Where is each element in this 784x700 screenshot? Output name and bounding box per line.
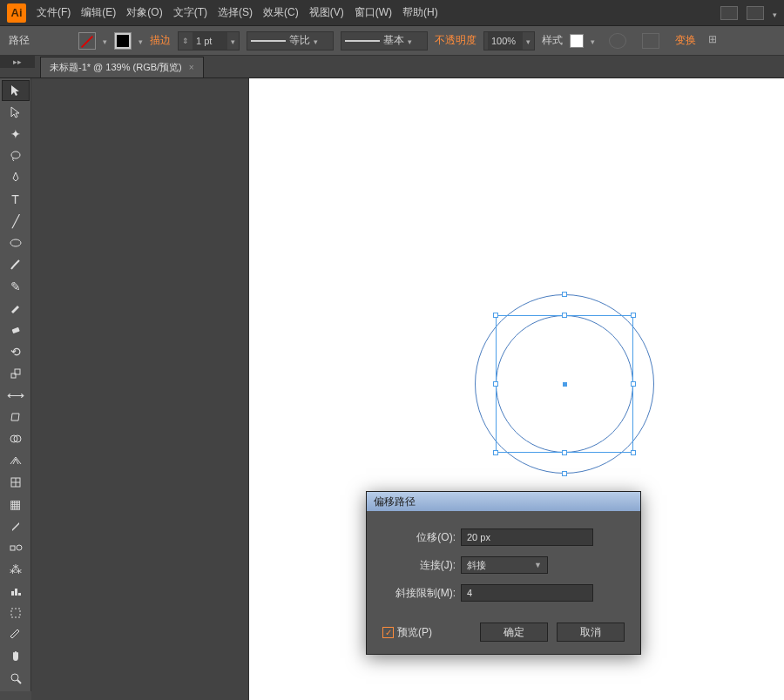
layout-button-1[interactable] [720,6,738,20]
menu-file[interactable]: 文件(F) [37,5,71,20]
recolor-icon[interactable] [609,33,626,49]
brush-label: 基本 [383,33,404,48]
magic-wand-tool[interactable]: ✦ [2,124,30,145]
anchor-point[interactable] [562,471,567,476]
stroke-weight-select[interactable]: ⇕ [178,31,240,50]
ellipse-tool[interactable] [2,232,30,253]
svg-point-11 [17,545,22,550]
layout-button-2[interactable] [747,6,764,20]
gradient-tool[interactable]: ▦ [2,494,30,515]
svg-line-17 [17,680,21,683]
blob-brush-tool[interactable] [2,298,30,319]
anchor-point[interactable] [562,292,567,297]
symbol-sprayer-tool[interactable]: ⁂ [2,559,30,580]
menu-window[interactable]: 窗口(W) [355,5,392,20]
selection-type-label: 路径 [9,33,30,48]
width-tool[interactable]: ⟷ [2,385,30,406]
brush-select[interactable]: 基本 [341,31,428,50]
type-tool[interactable]: T [2,189,30,210]
menu-effect[interactable]: 效果(C) [263,5,299,20]
zoom-tool[interactable] [2,668,30,689]
ok-button[interactable]: 确定 [480,623,548,642]
chevron-down-icon[interactable] [773,5,777,21]
miter-input[interactable] [461,584,593,602]
artboard-tool[interactable] [2,602,30,623]
slice-tool[interactable] [2,624,30,645]
svg-rect-12 [11,591,14,596]
dialog-title-bar[interactable]: 偏移路径 [367,492,640,511]
fill-dropdown-icon[interactable] [103,35,107,47]
opacity-select[interactable] [483,31,535,50]
menubar-right [720,5,777,21]
svg-rect-10 [10,546,15,550]
selection-handle[interactable] [493,450,498,455]
svg-point-16 [11,674,18,681]
stroke-label[interactable]: 描边 [150,33,171,48]
pen-tool[interactable] [2,167,30,188]
style-swatch[interactable] [570,34,584,48]
join-select[interactable]: 斜接 ▼ [461,556,548,574]
selection-handle[interactable] [493,313,498,318]
offset-input[interactable] [461,528,593,546]
chevron-down-icon: ▼ [534,561,542,569]
stroke-swatch[interactable] [114,32,132,50]
svg-rect-2 [11,327,19,333]
paintbrush-tool[interactable] [2,254,30,275]
perspective-grid-tool[interactable] [2,450,30,471]
style-dropdown-icon[interactable] [591,35,595,47]
chevron-down-icon [408,35,412,47]
cancel-button[interactable]: 取消 [557,623,625,642]
pencil-tool[interactable]: ✎ [2,276,30,297]
selection-handle[interactable] [562,450,567,455]
line-icon [251,40,286,42]
align-icon[interactable] [642,33,659,49]
svg-point-0 [11,151,20,158]
svg-rect-13 [15,589,17,596]
hand-tool[interactable] [2,646,30,667]
stroke-dropdown-icon[interactable] [139,35,143,47]
menu-object[interactable]: 对象(O) [126,5,162,20]
line-tool[interactable]: ╱ [2,211,30,232]
eraser-tool[interactable] [2,320,30,340]
panel-expand-icon[interactable]: ▸▸ [0,56,35,68]
opacity-label[interactable]: 不透明度 [435,33,476,48]
transform-label[interactable]: 变换 [675,33,696,48]
tab-close-icon[interactable]: × [189,63,194,72]
shape-builder-tool[interactable] [2,428,30,449]
column-graph-tool[interactable] [2,581,30,602]
document-tab[interactable]: 未标题-1* @ 139% (RGB/预览) × [40,57,204,77]
selection-tool[interactable] [2,80,30,101]
stroke-weight-input[interactable] [193,32,227,50]
join-label: 连接(J): [382,558,461,573]
fill-swatch[interactable] [78,32,96,50]
svg-rect-15 [11,609,20,617]
selection-handle[interactable] [493,381,498,387]
menu-view[interactable]: 视图(V) [309,5,344,20]
selection-handle[interactable] [631,381,636,387]
selection-handle[interactable] [631,450,636,455]
eyedropper-tool[interactable] [2,515,30,536]
dialog-title: 偏移路径 [374,495,416,509]
opacity-input[interactable] [488,32,523,50]
preview-checkbox[interactable]: ✓ 预览(P) [382,625,432,640]
direct-selection-tool[interactable] [2,102,30,123]
blend-tool[interactable] [2,537,30,558]
isolate-icon[interactable]: ⊞ [708,33,724,49]
profile-label: 等比 [289,33,310,48]
menu-help[interactable]: 帮助(H) [402,5,438,20]
rotate-tool[interactable]: ⟲ [2,341,30,362]
scale-tool[interactable] [2,363,30,384]
profile-select[interactable]: 等比 [247,31,334,50]
style-label: 样式 [542,33,563,48]
mesh-tool[interactable] [2,472,30,493]
selection-handle[interactable] [562,313,567,318]
menu-select[interactable]: 选择(S) [218,5,253,20]
selection-handle[interactable] [631,313,636,318]
lasso-tool[interactable] [2,145,30,166]
menu-bar: Ai 文件(F) 编辑(E) 对象(O) 文字(T) 选择(S) 效果(C) 视… [0,0,784,26]
menu-edit[interactable]: 编辑(E) [81,5,116,20]
dark-side-panel [31,78,249,700]
menu-type[interactable]: 文字(T) [173,5,207,20]
app-logo: Ai [7,3,26,23]
free-transform-tool[interactable] [2,407,30,427]
